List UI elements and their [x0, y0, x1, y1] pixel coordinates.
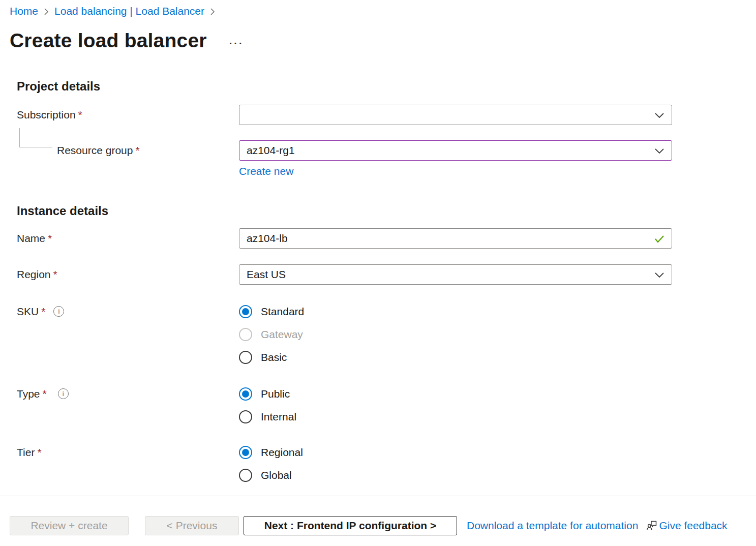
radio-circle — [239, 410, 252, 423]
subscription-label: Subscription* — [17, 109, 239, 121]
chevron-right-icon — [209, 7, 216, 16]
radio-circle — [239, 328, 252, 341]
tier-row: Tier* Regional Global — [17, 441, 756, 487]
resource-group-value: az104-rg1 — [239, 144, 672, 157]
validation-check-icon — [653, 233, 666, 247]
tier-label: Tier* — [17, 441, 239, 464]
name-label: Name* — [17, 232, 239, 245]
required-asterisk: * — [41, 306, 45, 318]
breadcrumb: Home Load balancing | Load Balancer — [0, 0, 756, 17]
title-row: Create load balancer ··· — [0, 29, 756, 52]
subscription-row: Subscription* — [17, 105, 756, 125]
create-new-link[interactable]: Create new — [239, 165, 293, 177]
tier-radio-global[interactable]: Global — [239, 464, 672, 487]
required-asterisk: * — [48, 232, 52, 244]
breadcrumb-home-link[interactable]: Home — [10, 5, 38, 17]
chevron-down-icon — [653, 110, 666, 123]
required-asterisk: * — [135, 144, 139, 156]
tier-radio-regional[interactable]: Regional — [239, 441, 672, 464]
sku-label: SKU* i — [17, 300, 239, 323]
info-icon[interactable]: i — [58, 388, 69, 399]
radio-circle — [239, 305, 252, 318]
create-form: Project details Subscription* — [17, 79, 756, 487]
more-options-icon[interactable]: ··· — [229, 38, 244, 48]
name-input[interactable]: az104-lb — [239, 228, 672, 249]
give-feedback-link[interactable]: Give feedback — [659, 520, 727, 532]
page-title: Create load balancer — [10, 29, 207, 52]
type-radio-public[interactable]: Public — [239, 382, 672, 405]
feedback-icon — [646, 520, 658, 533]
sku-row: SKU* i Standard Gateway Basic — [17, 300, 756, 369]
chevron-down-icon — [653, 269, 666, 283]
region-value: East US — [239, 268, 672, 281]
required-asterisk: * — [43, 388, 47, 400]
subscription-dropdown[interactable] — [239, 105, 672, 125]
required-asterisk: * — [78, 109, 82, 120]
footer-bar: Review + create < Previous Next : Fronte… — [0, 496, 756, 546]
required-asterisk: * — [53, 268, 57, 280]
name-value: az104-lb — [239, 232, 672, 245]
create-load-balancer-page: Home Load balancing | Load Balancer Crea… — [0, 0, 756, 546]
sku-radio-gateway: Gateway — [239, 323, 672, 346]
sku-radio-basic[interactable]: Basic — [239, 346, 672, 369]
resource-group-dropdown[interactable]: az104-rg1 — [239, 140, 672, 161]
review-create-button[interactable]: Review + create — [10, 516, 129, 535]
type-label: Type* i — [17, 382, 239, 405]
type-row: Type* i Public Internal — [17, 382, 756, 428]
chevron-down-icon — [653, 145, 666, 159]
region-dropdown[interactable]: East US — [239, 264, 672, 285]
next-frontend-ip-button[interactable]: Next : Frontend IP configuration > — [244, 516, 457, 535]
radio-circle — [239, 351, 252, 364]
type-radio-internal[interactable]: Internal — [239, 405, 672, 428]
previous-button[interactable]: < Previous — [145, 516, 239, 535]
project-details-block: Subscription* Resource group* — [17, 105, 756, 177]
region-row: Region* East US — [17, 264, 756, 285]
name-row: Name* az104-lb — [17, 228, 756, 249]
give-feedback-wrap[interactable]: Give feedback — [646, 518, 727, 533]
chevron-right-icon — [43, 7, 49, 16]
type-radio-group: Public Internal — [239, 382, 672, 428]
radio-circle — [239, 387, 252, 401]
download-template-link[interactable]: Download a template for automation — [467, 520, 638, 532]
info-icon[interactable]: i — [53, 306, 64, 317]
breadcrumb-load-balancing-link[interactable]: Load balancing | Load Balancer — [54, 5, 204, 17]
instance-details-heading: Instance details — [17, 204, 756, 218]
radio-circle — [239, 469, 252, 482]
region-label: Region* — [17, 268, 239, 281]
sku-radio-group: Standard Gateway Basic — [239, 300, 672, 369]
sku-radio-standard[interactable]: Standard — [239, 300, 672, 323]
required-asterisk: * — [37, 446, 41, 459]
tier-radio-group: Regional Global — [239, 441, 672, 487]
resource-group-row: Resource group* az104-rg1 — [17, 140, 756, 161]
subscription-resource-connector-line — [19, 128, 52, 147]
radio-circle — [239, 446, 252, 459]
project-details-heading: Project details — [17, 79, 756, 94]
